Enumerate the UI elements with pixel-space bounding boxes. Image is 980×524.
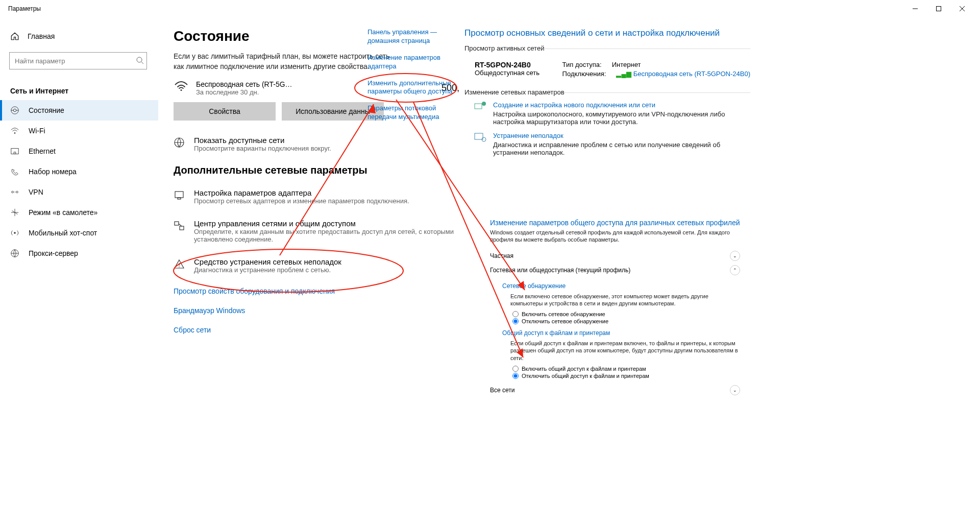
wifi-icon — [10, 126, 19, 135]
sidebar-item-label: Режим «в самолете» — [29, 208, 97, 217]
radio-input[interactable] — [512, 373, 519, 379]
expander-private[interactable]: Частная ⌄ — [490, 249, 740, 263]
expander-allnets[interactable]: Все сети ⌄ — [490, 383, 740, 397]
troubleshoot-item[interactable]: Средство устранения сетевых неполадок Ди… — [174, 255, 459, 276]
item-desc: Диагностика и устранение проблем с сетью… — [194, 266, 459, 274]
airplane-icon — [10, 208, 19, 217]
svg-rect-29 — [475, 133, 483, 139]
section-discovery: Сетевое обнаружение — [502, 282, 740, 290]
expander-label: Частная — [490, 252, 513, 259]
radio-input[interactable] — [512, 318, 519, 324]
new-connection-icon — [474, 100, 487, 112]
item-title: Настройка параметров адаптера — [194, 188, 459, 197]
item-desc: Просмотр сетевых адаптеров и изменение п… — [194, 197, 459, 205]
sidebar-item-wifi[interactable]: Wi-Fi — [0, 121, 158, 141]
item-desc: Диагностика и исправление проблем с сеть… — [493, 141, 750, 156]
link-hw-props[interactable]: Просмотр свойств оборудования и подключе… — [174, 287, 459, 295]
search-box — [9, 52, 149, 69]
close-button[interactable] — [950, 0, 974, 17]
network-period: За последние 30 дн. — [196, 88, 292, 96]
access-type-label: Тип доступа: — [562, 61, 602, 68]
section-fileshare-desc: Если общий доступ к файлам и принтерам в… — [510, 340, 740, 362]
nsc-heading: Просмотр основных сведений о сети и наст… — [464, 28, 750, 38]
svg-rect-21 — [178, 198, 181, 199]
access-type-value: Интернет — [612, 61, 641, 68]
controlpanel-links: Панель управления — домашняя страница Из… — [368, 28, 459, 130]
link-firewall[interactable]: Брандмауэр Windows — [174, 306, 459, 315]
sidebar-item-vpn[interactable]: VPN — [0, 182, 158, 202]
wifi-icon — [174, 79, 189, 97]
new-connection-item[interactable]: Создание и настройка нового подключения … — [474, 100, 750, 126]
sidebar-item-hotspot[interactable]: Мобильный хот-спот — [0, 223, 158, 243]
svg-point-26 — [179, 267, 180, 268]
properties-button[interactable]: Свойства — [174, 102, 276, 121]
sidebar-item-label: Состояние — [29, 106, 64, 114]
sidebar-item-label: Набор номера — [29, 168, 77, 176]
cpl-sharing-link[interactable]: Изменить дополнительные параметры общего… — [368, 79, 459, 97]
svg-point-18 — [181, 89, 182, 91]
sidebar-item-label: Wi-Fi — [29, 127, 45, 135]
show-networks-item[interactable]: Показать доступные сети Просмотрите вари… — [174, 134, 459, 154]
svg-rect-23 — [180, 226, 184, 230]
network-name: Беспроводная сеть (RT-5G… — [196, 80, 292, 88]
item-title[interactable]: Создание и настройка нового подключения … — [493, 101, 655, 109]
sidebar-item-status[interactable]: Состояние — [0, 100, 158, 121]
active-network-name: RT-5GPON-24B0 — [475, 61, 540, 69]
sidebar-item-proxy[interactable]: Прокси-сервер — [0, 243, 158, 264]
chevron-down-icon: ⌄ — [730, 385, 740, 395]
globe-icon — [174, 136, 185, 152]
sidebar-item-label: Мобильный хот-спот — [29, 229, 97, 237]
home-button[interactable]: Главная — [0, 28, 158, 45]
sidebar-category: Сеть и Интернет — [0, 77, 158, 100]
svg-point-16 — [14, 232, 16, 234]
expander-label: Все сети — [490, 387, 515, 394]
adv-heading: Изменение параметров общего доступа для … — [490, 219, 740, 227]
svg-point-4 — [137, 57, 142, 62]
chevron-up-icon: ⌃ — [730, 265, 740, 275]
radio-discovery-on[interactable]: Включить сетевое обнаружение — [512, 311, 740, 317]
expander-label: Гостевая или общедоступная (текущий проф… — [490, 267, 630, 274]
troubleshoot-item[interactable]: Устранение неполадок Диагностика и испра… — [474, 131, 750, 156]
active-networks-label: Просмотр активных сетей — [464, 44, 750, 52]
cpl-adapter-link[interactable]: Изменение параметров адаптера — [368, 54, 459, 71]
proxy-icon — [10, 249, 19, 258]
troubleshoot-icon — [474, 131, 487, 143]
metered-description: Если у вас лимитный тарифный план, вы мо… — [174, 52, 393, 72]
sidebar-item-airplane[interactable]: Режим «в самолете» — [0, 202, 158, 223]
adapter-settings-item[interactable]: Настройка параметров адаптера Просмотр с… — [174, 186, 459, 207]
window-controls — [903, 0, 974, 17]
advanced-sharing-panel: Изменение параметров общего доступа для … — [490, 219, 740, 397]
expander-guest[interactable]: Гостевая или общедоступная (текущий проф… — [490, 263, 740, 277]
radio-fileshare-off[interactable]: Отключить общий доступ к файлам и принте… — [512, 373, 740, 379]
home-label: Главная — [28, 32, 55, 40]
item-title[interactable]: Устранение неполадок — [493, 132, 564, 139]
link-reset[interactable]: Сброс сети — [174, 326, 459, 334]
svg-rect-11 — [11, 149, 18, 154]
section-discovery-desc: Если включено сетевое обнаружение, этот … — [510, 293, 740, 307]
svg-rect-22 — [175, 222, 179, 225]
cpl-media-link[interactable]: Параметры потоковой передачи мультимедиа — [368, 104, 459, 122]
network-sharing-item[interactable]: Центр управления сетями и общим доступом… — [174, 217, 459, 245]
network-sharing-center: Просмотр основных сведений о сети и наст… — [464, 28, 750, 161]
radio-fileshare-on[interactable]: Включить общий доступ к файлам и принтер… — [512, 366, 740, 372]
sidebar-item-ethernet[interactable]: Ethernet — [0, 141, 158, 161]
connection-label: Подключения: — [562, 70, 606, 78]
adv-description: Windows создает отдельный сетевой профил… — [490, 229, 740, 244]
radio-input[interactable] — [512, 311, 519, 317]
svg-rect-27 — [475, 104, 482, 109]
svg-rect-1 — [937, 7, 941, 11]
advanced-heading: Дополнительные сетевые параметры — [174, 164, 459, 176]
item-desc: Определите, к каким данным вы хотите пре… — [194, 228, 459, 243]
ethernet-icon — [10, 147, 19, 156]
radio-discovery-off[interactable]: Отключить сетевое обнаружение — [512, 318, 740, 324]
connection-link[interactable]: ▂▄▆Беспроводная сеть (RT-5GPON-24B0) — [616, 70, 750, 78]
cpl-home-link[interactable]: Панель управления — домашняя страница — [368, 28, 459, 45]
active-network-type: Общедоступная сеть — [475, 69, 540, 77]
sidebar-item-dialup[interactable]: Набор номера — [0, 161, 158, 182]
maximize-button[interactable] — [927, 0, 950, 17]
svg-point-13 — [12, 191, 14, 193]
radio-input[interactable] — [512, 366, 519, 372]
minimize-button[interactable] — [903, 0, 927, 17]
svg-line-5 — [141, 62, 143, 64]
search-input[interactable] — [9, 52, 147, 69]
